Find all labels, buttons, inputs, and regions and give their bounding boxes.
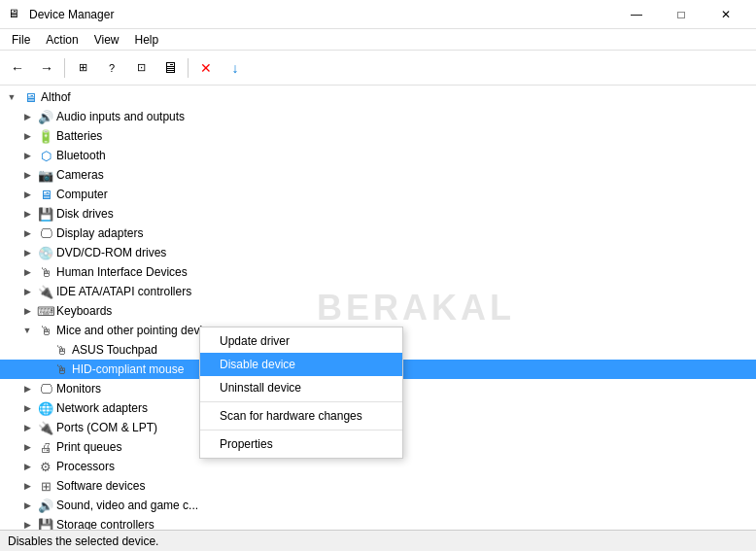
- tree-item-bluetooth[interactable]: ▶⬡Bluetooth: [0, 146, 756, 165]
- tree-item-hid[interactable]: ▶🖱Human Interface Devices: [0, 262, 756, 282]
- tree-item-proc[interactable]: ▶⚙Processors: [0, 457, 756, 476]
- ctx-item-disable[interactable]: Disable device: [200, 353, 402, 376]
- tree-item-display[interactable]: ▶🖵Display adapters: [0, 224, 756, 243]
- toolbar-sep-1: [64, 58, 65, 78]
- tree-item-audio[interactable]: ▶🔊Audio inputs and outputs: [0, 107, 756, 126]
- label-bluetooth: Bluetooth: [56, 149, 106, 162]
- tree-item-dvd[interactable]: ▶💿DVD/CD-ROM drives: [0, 243, 756, 262]
- close-button[interactable]: ✕: [704, 0, 748, 29]
- expand-proc[interactable]: ▶: [19, 459, 35, 474]
- expand-root[interactable]: ▼: [4, 89, 19, 105]
- label-disk: Disk drives: [56, 207, 114, 221]
- tree-item-root[interactable]: ▼🖥Althof: [0, 87, 756, 107]
- expand-print[interactable]: ▶: [19, 439, 35, 455]
- expand-display[interactable]: ▶: [19, 225, 35, 241]
- label-audio: Audio inputs and outputs: [56, 110, 185, 123]
- maximize-button[interactable]: □: [659, 0, 704, 29]
- label-software: Software devices: [56, 479, 145, 493]
- expand-ports[interactable]: ▶: [19, 420, 35, 435]
- ctx-item-uninstall[interactable]: Uninstall device: [200, 376, 402, 399]
- expand-disk[interactable]: ▶: [19, 206, 35, 222]
- properties-button[interactable]: ⊞: [69, 54, 96, 82]
- expand-keyboards[interactable]: ▶: [19, 303, 35, 319]
- scan-button[interactable]: ✕: [192, 54, 220, 82]
- back-button[interactable]: ←: [4, 54, 31, 82]
- label-print: Print queues: [56, 440, 121, 454]
- ctx-item-update[interactable]: Update driver: [200, 329, 402, 353]
- expand-ide[interactable]: ▶: [19, 284, 35, 299]
- expand-bluetooth[interactable]: ▶: [19, 148, 35, 163]
- label-root: Althof: [41, 90, 71, 104]
- minimize-button[interactable]: —: [614, 0, 659, 29]
- menu-view[interactable]: View: [86, 31, 127, 49]
- expand-batteries[interactable]: ▶: [19, 128, 35, 144]
- icon-hid-mouse: 🖱: [53, 362, 69, 377]
- icon-computer: 🖥: [38, 187, 53, 202]
- toolbar: ← → ⊞ ? ⊡ 🖥 ✕ ↓: [0, 51, 756, 86]
- expand-dvd[interactable]: ▶: [19, 245, 35, 260]
- expand-storage[interactable]: ▶: [19, 517, 35, 530]
- menu-action[interactable]: Action: [38, 31, 86, 49]
- icon-proc: ⚙: [38, 459, 53, 474]
- expand-hid-mouse: [35, 362, 51, 377]
- tree-item-software[interactable]: ▶⊞Software devices: [0, 476, 756, 496]
- window-controls: — □ ✕: [614, 0, 748, 29]
- label-asus: ASUS Touchpad: [72, 343, 157, 357]
- label-batteries: Batteries: [56, 129, 102, 143]
- icon-audio: 🔊: [38, 109, 53, 124]
- ctx-item-scan[interactable]: Scan for hardware changes: [200, 404, 402, 428]
- expand-asus: [35, 342, 51, 358]
- help-button[interactable]: ?: [98, 54, 125, 82]
- device-list-button[interactable]: ⊡: [127, 54, 155, 82]
- ctx-item-props[interactable]: Properties: [200, 432, 402, 456]
- icon-storage: 💾: [38, 517, 53, 530]
- label-display: Display adapters: [56, 226, 143, 240]
- label-proc: Processors: [56, 460, 115, 473]
- tree-item-cameras[interactable]: ▶📷Cameras: [0, 165, 756, 185]
- label-ide: IDE ATA/ATAPI controllers: [56, 285, 191, 298]
- icon-mice: 🖱: [38, 323, 53, 338]
- menu-help[interactable]: Help: [127, 31, 167, 49]
- tree-item-computer[interactable]: ▶🖥Computer: [0, 185, 756, 204]
- update-button[interactable]: ↓: [222, 54, 249, 82]
- label-cameras: Cameras: [56, 168, 104, 182]
- computer-button[interactable]: 🖥: [156, 54, 184, 82]
- icon-cameras: 📷: [38, 167, 53, 183]
- forward-button[interactable]: →: [33, 54, 60, 82]
- icon-root: 🖥: [22, 89, 38, 105]
- status-bar: Disables the selected device.: [0, 530, 756, 551]
- expand-software[interactable]: ▶: [19, 478, 35, 494]
- menu-file[interactable]: File: [4, 31, 38, 49]
- label-mice: Mice and other pointing devices: [56, 324, 221, 337]
- expand-audio[interactable]: ▶: [19, 109, 35, 124]
- expand-cameras[interactable]: ▶: [19, 167, 35, 183]
- context-menu: Update driverDisable deviceUninstall dev…: [199, 327, 403, 459]
- icon-keyboards: ⌨: [38, 303, 53, 319]
- icon-monitors: 🖵: [38, 381, 53, 396]
- icon-ide: 🔌: [38, 284, 53, 299]
- icon-network: 🌐: [38, 400, 53, 416]
- expand-computer[interactable]: ▶: [19, 187, 35, 202]
- toolbar-sep-2: [188, 58, 189, 78]
- label-network: Network adapters: [56, 401, 148, 415]
- icon-batteries: 🔋: [38, 128, 53, 144]
- tree-item-disk[interactable]: ▶💾Disk drives: [0, 204, 756, 224]
- expand-mice[interactable]: ▼: [19, 323, 35, 338]
- tree-item-sound[interactable]: ▶🔊Sound, video and game c...: [0, 496, 756, 515]
- label-monitors: Monitors: [56, 382, 101, 396]
- tree-item-batteries[interactable]: ▶🔋Batteries: [0, 126, 756, 146]
- label-dvd: DVD/CD-ROM drives: [56, 246, 166, 259]
- label-sound: Sound, video and game c...: [56, 499, 198, 512]
- expand-network[interactable]: ▶: [19, 400, 35, 416]
- icon-asus: 🖱: [53, 342, 69, 358]
- label-ports: Ports (COM & LPT): [56, 421, 157, 434]
- label-hid: Human Interface Devices: [56, 265, 188, 279]
- expand-sound[interactable]: ▶: [19, 498, 35, 513]
- tree-item-ide[interactable]: ▶🔌IDE ATA/ATAPI controllers: [0, 282, 756, 301]
- icon-print: 🖨: [38, 439, 53, 455]
- icon-bluetooth: ⬡: [38, 148, 53, 163]
- tree-item-keyboards[interactable]: ▶⌨Keyboards: [0, 301, 756, 321]
- tree-item-storage[interactable]: ▶💾Storage controllers: [0, 515, 756, 530]
- expand-monitors[interactable]: ▶: [19, 381, 35, 396]
- expand-hid[interactable]: ▶: [19, 264, 35, 280]
